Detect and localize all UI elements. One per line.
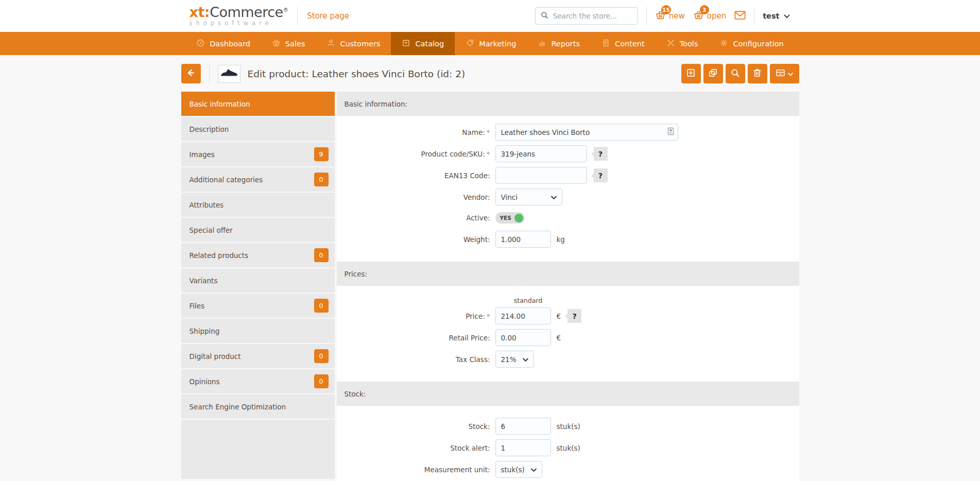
- orders-open-link[interactable]: 3 open: [693, 10, 726, 23]
- logo-registered-mark: ®: [283, 7, 288, 13]
- nav-item-catalog[interactable]: Catalog: [391, 32, 455, 55]
- orders-new-link[interactable]: 15 new: [655, 10, 685, 23]
- sidebar-item-files[interactable]: Files 0: [181, 294, 335, 318]
- sidebar-item-additional-categories[interactable]: Additional categories 0: [181, 167, 335, 192]
- store-page-link[interactable]: Store page: [307, 11, 349, 21]
- sidebar-item-badge: 0: [314, 299, 329, 313]
- main-navigation: Dashboard Sales Customers Catalog Market…: [0, 32, 980, 55]
- vendor-selected-value: Vinci: [501, 193, 518, 201]
- weight-row: Weight: kg: [337, 231, 799, 248]
- sku-help-button[interactable]: ?: [594, 147, 608, 161]
- delete-product-button[interactable]: [748, 64, 767, 83]
- ean-help-button[interactable]: ?: [594, 168, 608, 182]
- ean-row: EAN13 Code: ?: [337, 167, 799, 184]
- nav-item-label: Dashboard: [210, 40, 250, 48]
- nav-item-marketing[interactable]: Marketing: [455, 32, 527, 55]
- price-label: Price:*: [337, 312, 495, 320]
- sidebar-item-shipping[interactable]: Shipping: [181, 319, 335, 343]
- nav-item-reports[interactable]: Reports: [527, 32, 591, 55]
- nav-item-dashboard[interactable]: Dashboard: [185, 32, 261, 55]
- name-label: Name:*: [337, 128, 495, 136]
- sidebar-item-variants[interactable]: Variants: [181, 268, 335, 293]
- user-menu[interactable]: test: [763, 12, 797, 20]
- vendor-row: Vendor: Vinci: [337, 188, 799, 205]
- retail-price-label: Retail Price:: [337, 334, 495, 342]
- search-product-button[interactable]: [726, 64, 745, 83]
- nav-item-content[interactable]: Content: [591, 32, 656, 55]
- customers-icon: [326, 39, 335, 49]
- sku-row: Product code/SKU:* ?: [337, 145, 799, 162]
- tax-class-selected-value: 21%: [501, 355, 517, 364]
- sidebar-item-badge: 0: [314, 248, 329, 262]
- required-asterisk: *: [487, 150, 490, 158]
- active-row: Active: YES: [337, 212, 799, 224]
- sidebar-item-badge: 9: [314, 147, 329, 161]
- stock-input[interactable]: [495, 418, 551, 435]
- tax-class-label: Tax Class:: [337, 355, 495, 364]
- section-heading-prices: Prices:: [337, 262, 799, 286]
- search-input[interactable]: [552, 11, 632, 21]
- title-divider: [209, 64, 210, 83]
- section-heading-basic-information: Basic information:: [337, 92, 799, 116]
- stock-alert-input[interactable]: [495, 439, 551, 456]
- duplicate-product-button[interactable]: [703, 64, 723, 83]
- back-button[interactable]: [181, 64, 201, 83]
- weight-input[interactable]: [495, 231, 551, 248]
- nav-item-label: Sales: [285, 40, 305, 48]
- sidebar-item-basic-information[interactable]: Basic information: [181, 92, 335, 116]
- chevron-down-icon: [531, 466, 537, 474]
- arrow-left-icon: [186, 68, 196, 79]
- weight-label: Weight:: [337, 235, 495, 244]
- price-help-button[interactable]: ?: [568, 309, 581, 323]
- vendor-select[interactable]: Vinci: [495, 188, 562, 205]
- chevron-down-icon: [784, 12, 790, 20]
- messages-link[interactable]: [734, 11, 746, 22]
- sidebar-item-badge: 0: [314, 349, 329, 363]
- ean-input[interactable]: [495, 167, 587, 184]
- measurement-unit-selected-value: stuk(s): [501, 466, 525, 474]
- ean-label: EAN13 Code:: [337, 171, 495, 180]
- nav-item-label: Customers: [340, 40, 380, 48]
- sidebar-item-seo[interactable]: Search Engine Optimization: [181, 394, 335, 419]
- basket-icon: [655, 13, 666, 23]
- app-logo[interactable]: xt:Commerce® shopsoftware: [190, 5, 288, 27]
- sidebar-item-digital-product[interactable]: Digital product 0: [181, 344, 335, 368]
- user-menu-label: test: [763, 12, 779, 20]
- required-asterisk: *: [487, 312, 490, 320]
- sidebar-item-related-products[interactable]: Related products 0: [181, 243, 335, 267]
- sidebar-item-label: Variants: [190, 277, 218, 285]
- store-search-box[interactable]: [535, 7, 638, 25]
- envelope-icon: [734, 11, 746, 22]
- measurement-unit-select[interactable]: stuk(s): [495, 461, 542, 478]
- header-divider: [297, 7, 298, 25]
- logo-wordmark: xt:Commerce®: [190, 5, 288, 19]
- name-input[interactable]: [495, 124, 678, 141]
- language-icon[interactable]: [667, 127, 674, 138]
- sidebar-item-special-offer[interactable]: Special offer: [181, 218, 335, 242]
- marketing-tag-icon: [466, 39, 474, 49]
- nav-item-configuration[interactable]: Configuration: [709, 32, 794, 55]
- nav-item-tools[interactable]: Tools: [656, 32, 709, 55]
- reports-chart-icon: [538, 39, 546, 49]
- sidebar-item-description[interactable]: Description: [181, 117, 335, 141]
- nav-item-customers[interactable]: Customers: [316, 32, 391, 55]
- tax-class-select[interactable]: 21%: [495, 351, 534, 368]
- price-currency-suffix: €: [557, 312, 561, 320]
- nav-item-sales[interactable]: Sales: [261, 32, 316, 55]
- retail-price-currency-suffix: €: [557, 334, 561, 342]
- active-toggle[interactable]: YES: [495, 212, 525, 224]
- logo-prefix: xt:: [190, 4, 210, 20]
- content-document-icon: [601, 39, 610, 49]
- nav-item-label: Configuration: [733, 40, 783, 48]
- sidebar-item-images[interactable]: Images 9: [181, 142, 335, 166]
- vendor-label: Vendor:: [337, 193, 495, 201]
- add-product-button[interactable]: [681, 64, 701, 83]
- export-menu-button[interactable]: [770, 64, 799, 83]
- retail-price-input[interactable]: [495, 329, 551, 346]
- orders-new-label: new: [669, 11, 685, 21]
- price-input[interactable]: [495, 307, 551, 324]
- sidebar-item-opinions[interactable]: Opinions 0: [181, 369, 335, 393]
- configuration-gear-icon: [719, 39, 728, 49]
- sku-input[interactable]: [495, 145, 587, 162]
- sidebar-item-attributes[interactable]: Attributes: [181, 193, 335, 217]
